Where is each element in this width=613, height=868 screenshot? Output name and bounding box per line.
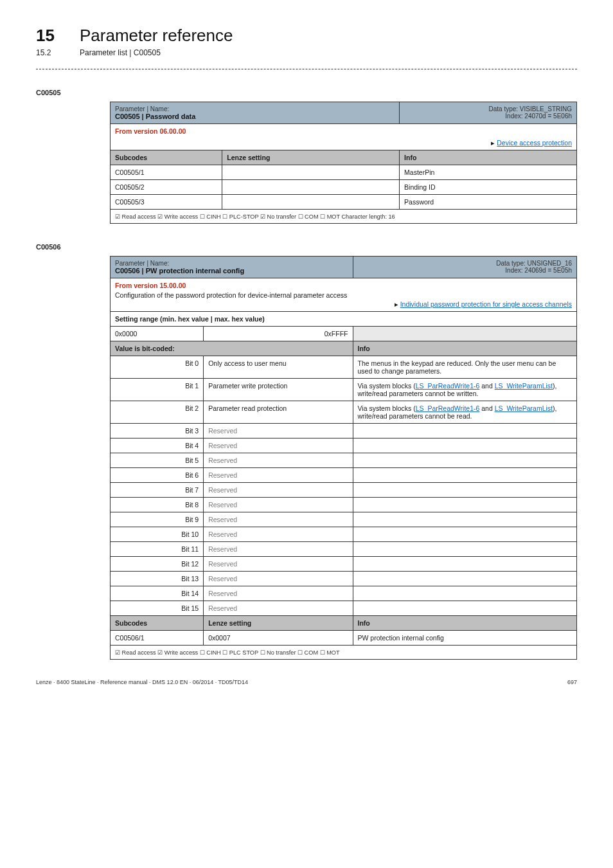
dtype-line2: Index: 24069d = 5E05h bbox=[358, 267, 573, 274]
titlebar-left: Parameter | Name: C00505 | Password data bbox=[111, 102, 400, 124]
param-code: C00505 | Password data bbox=[115, 113, 395, 120]
value-bitcoded-header: Value is bit-coded: Info bbox=[111, 341, 577, 356]
bit-label: Reserved bbox=[204, 483, 353, 498]
cell-lenze bbox=[222, 180, 400, 195]
bit-info bbox=[353, 483, 577, 498]
range-min: 0x0000 bbox=[111, 327, 204, 341]
bit-info bbox=[353, 439, 577, 453]
cell-lenze bbox=[222, 195, 400, 210]
param-code: C00506 | PW protection internal config bbox=[115, 267, 348, 275]
titlebar-row: Parameter | Name: C00506 | PW protection… bbox=[111, 257, 577, 278]
caret-icon: ▸ bbox=[491, 139, 497, 147]
bit-num: Bit 15 bbox=[111, 601, 204, 616]
bit-info bbox=[353, 586, 577, 601]
bit-info bbox=[353, 572, 577, 586]
ls-link[interactable]: LS_ParReadWrite1-6 bbox=[416, 404, 480, 412]
bit-info bbox=[353, 468, 577, 483]
bit-label: Reserved bbox=[204, 527, 353, 542]
bit-info: Via system blocks (LS_ParReadWrite1-6 an… bbox=[353, 379, 577, 401]
col-lenze: Lenze setting bbox=[222, 150, 400, 165]
bit-row-12: Bit 12Reserved bbox=[111, 557, 577, 572]
bit-num: Bit 9 bbox=[111, 512, 204, 527]
lenze-cell: 0x0007 bbox=[204, 631, 353, 646]
subcode-row: C00506/1 0x0007 PW protection internal c… bbox=[111, 631, 577, 646]
sub-cell: C00506/1 bbox=[111, 631, 204, 646]
bit-num: Bit 8 bbox=[111, 498, 204, 512]
from-version: From version 15.00.00 bbox=[115, 282, 572, 289]
bit-row-5: Bit 5Reserved bbox=[111, 453, 577, 468]
param-heading-c00505: C00505 bbox=[36, 89, 577, 96]
cell-sub: C00505/3 bbox=[111, 195, 222, 210]
config-text: Configuration of the password protection… bbox=[115, 291, 572, 299]
bit-num: Bit 3 bbox=[111, 424, 204, 439]
bit-info bbox=[353, 542, 577, 557]
col-subcodes: Subcodes bbox=[111, 150, 222, 165]
bit-info bbox=[353, 512, 577, 527]
access-flags: ☑ Read access ☑ Write access ☐ CINH ☐ PL… bbox=[111, 210, 577, 224]
dtype-line2: Index: 24070d = 5E06h bbox=[404, 113, 572, 120]
bit-num: Bit 11 bbox=[111, 542, 204, 557]
ls-link[interactable]: LS_WriteParamList bbox=[495, 404, 553, 412]
fromver-row: From version 06.00.00 ▸ Device access pr… bbox=[111, 124, 577, 150]
bit-row-4: Bit 4Reserved bbox=[111, 439, 577, 453]
table-c00506: Parameter | Name: C00506 | PW protection… bbox=[110, 256, 577, 660]
bit-label: Reserved bbox=[204, 453, 353, 468]
bit-num: Bit 4 bbox=[111, 439, 204, 453]
bit-num: Bit 13 bbox=[111, 572, 204, 586]
access-flags: ☑ Read access ☑ Write access ☐ CINH ☐ PL… bbox=[111, 646, 577, 660]
divider bbox=[36, 69, 577, 69]
bit-label: Reserved bbox=[204, 542, 353, 557]
bit-label: Reserved bbox=[204, 586, 353, 601]
bit-num: Bit 14 bbox=[111, 586, 204, 601]
bit-row-9: Bit 9Reserved bbox=[111, 512, 577, 527]
titlebar-right: Data type: VISIBLE_STRING Index: 24070d … bbox=[400, 102, 577, 124]
cell-sub: C00505/1 bbox=[111, 165, 222, 180]
ls-link[interactable]: LS_ParReadWrite1-6 bbox=[416, 382, 480, 390]
bit-info bbox=[353, 424, 577, 439]
param-label: Parameter | Name: bbox=[115, 105, 395, 113]
bit-row-13: Bit 13Reserved bbox=[111, 572, 577, 586]
bit-label: Reserved bbox=[204, 601, 353, 616]
bit-num: Bit 12 bbox=[111, 557, 204, 572]
ls-link[interactable]: LS_WriteParamList bbox=[495, 382, 553, 390]
dtype-line1: Data type: UNSIGNED_16 bbox=[358, 260, 573, 267]
bit-row-2: Bit 2 Parameter read protection Via syst… bbox=[111, 401, 577, 424]
cell-info: Password bbox=[400, 195, 577, 210]
access-flags-row: ☑ Read access ☑ Write access ☐ CINH ☐ PL… bbox=[111, 646, 577, 660]
bit-row-14: Bit 14Reserved bbox=[111, 586, 577, 601]
chapter-number: 15 bbox=[36, 26, 62, 46]
cell-info: MasterPin bbox=[400, 165, 577, 180]
titlebar-row: Parameter | Name: C00505 | Password data… bbox=[111, 102, 577, 124]
range-empty bbox=[353, 327, 577, 341]
access-channels-link[interactable]: Individual password protection for singl… bbox=[400, 300, 572, 308]
bit-label: Reserved bbox=[204, 439, 353, 453]
footer-left: Lenze · 8400 StateLine · Reference manua… bbox=[36, 679, 248, 685]
setting-range-values: 0x0000 0xFFFF bbox=[111, 327, 577, 341]
section-number: 15.2 bbox=[36, 48, 62, 57]
param-label: Parameter | Name: bbox=[115, 260, 348, 267]
info-cell: PW protection internal config bbox=[353, 631, 577, 646]
cell-info: Binding ID bbox=[400, 180, 577, 195]
bit-num: Bit 0 bbox=[111, 356, 204, 379]
bit-info bbox=[353, 498, 577, 512]
cell-sub: C00505/2 bbox=[111, 180, 222, 195]
bit-info bbox=[353, 557, 577, 572]
bit-label: Parameter read protection bbox=[204, 401, 353, 424]
section-title: Parameter list | C00505 bbox=[80, 48, 161, 57]
bit-info: Via system blocks (LS_ParReadWrite1-6 an… bbox=[353, 401, 577, 424]
from-version: From version 06.00.00 bbox=[115, 127, 572, 135]
info-hdr2: Info bbox=[353, 616, 577, 631]
access-protection-link[interactable]: Device access protection bbox=[497, 139, 572, 147]
bit-label: Parameter write protection bbox=[204, 379, 353, 401]
param-heading-c00506: C00506 bbox=[36, 243, 577, 251]
bit-row-11: Bit 11Reserved bbox=[111, 542, 577, 557]
header-row: Subcodes Lenze setting Info bbox=[111, 150, 577, 165]
bit-label: Reserved bbox=[204, 512, 353, 527]
bit-label: Only access to user menu bbox=[204, 356, 353, 379]
lenze-hdr: Lenze setting bbox=[204, 616, 353, 631]
subcodes-hdr: Subcodes bbox=[111, 616, 204, 631]
setting-range-row: Setting range (min. hex value | max. hex… bbox=[111, 312, 577, 327]
bit-num: Bit 2 bbox=[111, 401, 204, 424]
bit-info: The menus in the keypad are reduced. Onl… bbox=[353, 356, 577, 379]
table-c00505: Parameter | Name: C00505 | Password data… bbox=[110, 102, 577, 224]
